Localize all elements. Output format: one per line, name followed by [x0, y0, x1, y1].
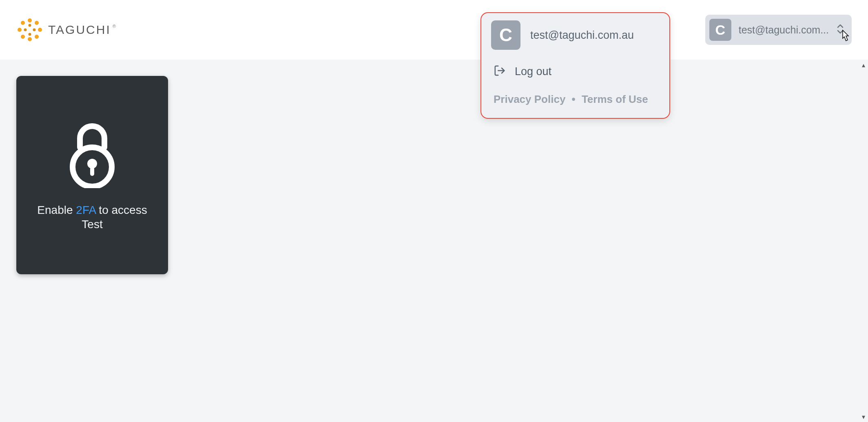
logout-button[interactable]: Log out [481, 57, 669, 86]
scrollbar-up-arrow[interactable]: ▴ [859, 61, 868, 70]
svg-point-6 [18, 28, 22, 32]
separator-dot: • [569, 93, 579, 105]
chevron-up-down-icon [836, 23, 844, 36]
svg-point-2 [38, 28, 42, 32]
terms-of-use-link[interactable]: Terms of Use [582, 93, 648, 105]
svg-point-9 [33, 29, 36, 31]
logout-icon [494, 64, 506, 78]
main-content: Enable 2FA to access Test [0, 60, 868, 291]
brand-logo-text: TAGUCHI [48, 23, 111, 37]
enable-2fa-link[interactable]: 2FA [76, 204, 95, 216]
svg-point-7 [21, 21, 25, 25]
card-text-middle: to access [96, 204, 147, 216]
avatar: C [709, 19, 731, 41]
svg-rect-15 [90, 167, 94, 176]
user-menu-dropdown: C test@taguchi.com.au Log out Privacy Po… [480, 12, 670, 119]
svg-point-1 [35, 21, 39, 25]
avatar: C [491, 20, 520, 50]
svg-point-4 [28, 37, 32, 41]
svg-point-8 [29, 24, 31, 27]
scrollbar-down-arrow[interactable]: ▾ [859, 413, 868, 422]
card-text-prefix: Enable [37, 204, 76, 216]
brand-registered-mark: ® [113, 24, 116, 29]
brand-logo-mark [16, 16, 43, 43]
svg-point-0 [28, 18, 32, 22]
svg-point-11 [24, 29, 27, 31]
app-header: TAGUCHI ® C test@taguchi.com... [0, 0, 868, 60]
brand-logo[interactable]: TAGUCHI ® [16, 16, 116, 43]
user-menu-account-row[interactable]: C test@taguchi.com.au [481, 13, 669, 57]
svg-point-5 [21, 35, 25, 39]
org-card-locked[interactable]: Enable 2FA to access Test [16, 76, 168, 274]
svg-point-3 [35, 35, 39, 39]
svg-point-10 [29, 33, 31, 36]
logout-label: Log out [515, 65, 551, 78]
card-message: Enable 2FA to access Test [37, 203, 147, 231]
user-email-truncated: test@taguchi.com... [739, 24, 829, 36]
card-org-name: Test [82, 218, 102, 231]
privacy-policy-link[interactable]: Privacy Policy [494, 93, 565, 105]
user-email: test@taguchi.com.au [530, 29, 634, 42]
user-menu-footer: Privacy Policy • Terms of Use [481, 86, 669, 108]
user-menu-trigger[interactable]: C test@taguchi.com... [705, 15, 852, 45]
lock-icon [68, 119, 117, 190]
